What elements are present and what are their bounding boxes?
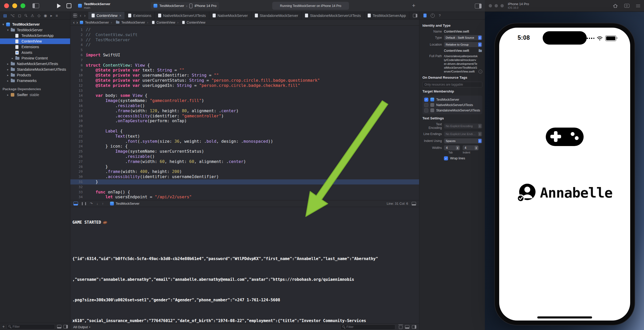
editor-tab[interactable]: ContentView [88, 12, 125, 19]
add-editor-split-icon[interactable] [413, 14, 417, 17]
disclosure-triangle-icon[interactable] [7, 93, 11, 97]
target-checkbox[interactable] [424, 103, 428, 107]
bookmarks-navigator-icon[interactable]: ◻ [18, 14, 21, 17]
home-indicator[interactable] [537, 316, 592, 318]
iphone-screen[interactable]: 5:08 [499, 28, 630, 321]
disclosure-triangle-icon[interactable] [3, 23, 6, 26]
find-navigator-icon[interactable] [25, 14, 27, 17]
disclosure-triangle-icon[interactable] [7, 68, 11, 71]
window-zoom-button[interactable] [20, 3, 25, 8]
sim-close-button[interactable] [489, 4, 492, 7]
line-endings-dropdown[interactable]: No Explicit Line Endings [444, 131, 482, 137]
editor-tab[interactable]: NativeMockServer [209, 12, 251, 19]
run-button[interactable] [57, 4, 61, 8]
editor-tab[interactable]: StandaloneMockServerUITests [302, 12, 364, 19]
clear-console-icon[interactable] [399, 325, 402, 329]
disclosure-triangle-icon[interactable] [7, 74, 11, 77]
breadcrumb-item[interactable]: TestMockServer [109, 20, 145, 24]
choose-folder-icon[interactable] [479, 50, 482, 52]
add-file-button[interactable] [2, 324, 5, 329]
step-out-icon[interactable]: ↑ [102, 202, 104, 205]
tab-width-stepper[interactable]: 4 [444, 145, 460, 150]
sim-minimize-button[interactable] [495, 4, 498, 7]
simulator-settings-icon[interactable] [636, 4, 640, 7]
output-scope-dropdown[interactable]: All Output [73, 325, 90, 329]
navigator-package-item[interactable]: Swifter stable [0, 92, 70, 98]
navigator-item[interactable]: Extensions [0, 44, 70, 50]
navigator-item[interactable]: TestMockServer [0, 27, 70, 33]
file-name-field[interactable]: ContentView.swift [444, 30, 482, 33]
recent-files-filter-icon[interactable] [57, 325, 61, 328]
close-tab-icon[interactable] [119, 14, 121, 18]
disclosure-triangle-icon[interactable] [7, 62, 11, 66]
breadcrumb-back-icon[interactable] [73, 20, 75, 25]
history-inspector-icon[interactable] [431, 14, 435, 18]
file-inspector-icon[interactable] [423, 14, 427, 17]
navigator-item[interactable]: NativeMockServerUITests [0, 61, 70, 67]
editor-tab[interactable]: StandaloneMockServer [252, 12, 302, 19]
stop-button[interactable] [67, 3, 71, 8]
editor-tab[interactable]: Extensions [125, 12, 155, 19]
breadcrumb-forward-icon[interactable] [77, 20, 78, 25]
console-pane-icon[interactable] [412, 202, 416, 205]
quick-help-inspector-icon[interactable] [439, 14, 441, 17]
reports-navigator-icon[interactable]: ≡ [56, 14, 58, 17]
tab-overview-icon[interactable] [73, 14, 77, 17]
navigator-item[interactable]: TestMockServerApp [0, 33, 70, 38]
resource-tags-input[interactable]: Only resources are taggable [422, 82, 482, 87]
indent-using-dropdown[interactable]: Spaces [444, 138, 482, 143]
debug-console[interactable]: GAME STARTED {"id":6314,"uid":"b0ffc5dc-… [70, 207, 419, 323]
scheme-selector[interactable]: TestMockServer iPhone 14 Pro [151, 2, 219, 9]
location-dropdown[interactable]: Relative to Group [444, 42, 482, 47]
target-checkbox[interactable] [424, 108, 428, 112]
navigator-item[interactable]: TestMockServer [0, 22, 70, 27]
breakpoints-navigator-icon[interactable]: ▸ [50, 14, 52, 17]
gamecontroller-icon[interactable] [544, 122, 585, 150]
breadcrumb-item[interactable]: ContentView [175, 20, 205, 24]
wrap-lines-checkbox[interactable] [444, 156, 448, 160]
window-close-button[interactable] [4, 3, 9, 8]
target-checkbox[interactable] [424, 98, 428, 102]
simulator-titlebar[interactable]: iPhone 14 Pro iOS 16.0 [485, 0, 644, 12]
console-view-icon[interactable] [412, 325, 416, 329]
breadcrumb-item[interactable]: TestMockServer [80, 20, 109, 24]
navigator-item[interactable]: ContentView [0, 38, 70, 44]
disclosure-triangle-icon[interactable] [12, 57, 15, 60]
running-process-chip[interactable]: TestMockServer [110, 202, 139, 205]
step-over-icon[interactable]: ↷ [90, 202, 93, 205]
toggle-inspector-icon[interactable] [475, 4, 482, 8]
go-back-icon[interactable] [80, 13, 81, 18]
step-into-icon[interactable]: ↓ [96, 202, 98, 205]
navigator-item[interactable]: Assets [0, 50, 70, 55]
tests-navigator-icon[interactable]: ◇ [37, 14, 40, 17]
debug-navigator-icon[interactable]: ◉ [44, 14, 47, 17]
screenshot-icon[interactable] [624, 4, 629, 8]
library-add-button[interactable] [410, 2, 417, 9]
disclosure-triangle-icon[interactable] [7, 28, 11, 32]
disclosure-triangle-icon[interactable] [7, 79, 11, 82]
editor-tab[interactable]: NativeMockServerUITests [155, 12, 209, 19]
file-type-dropdown[interactable]: Default - Swift Source [444, 35, 482, 40]
source-control-navigator-icon[interactable]: ⌥ [10, 14, 15, 17]
window-minimize-button[interactable] [12, 3, 17, 8]
toggle-navigator-icon[interactable] [32, 3, 39, 8]
home-icon[interactable] [613, 4, 618, 8]
go-forward-icon[interactable] [84, 13, 86, 18]
issues-navigator-icon[interactable]: ⚠ [31, 14, 34, 17]
code-editor[interactable]: 1// 2// ContentView.swift 3// TestMockSe… [70, 26, 419, 200]
editor-tab[interactable]: TestMockServerApp [364, 12, 409, 19]
console-filter-input[interactable]: Filter [341, 324, 395, 330]
sim-zoom-button[interactable] [500, 4, 504, 7]
pause-execution-icon[interactable] [82, 202, 86, 205]
variables-view-icon[interactable] [405, 325, 409, 329]
navigator-item[interactable]: StandaloneMockServerUITests [0, 67, 70, 72]
breadcrumb-item[interactable]: ContentView [145, 20, 175, 24]
navigator-item[interactable]: Frameworks [0, 78, 70, 84]
hide-debug-area-icon[interactable] [73, 202, 78, 205]
navigator-item[interactable]: Products [0, 72, 70, 78]
text-encoding-dropdown[interactable]: No Explicit Encoding [444, 123, 482, 129]
project-navigator-icon[interactable]: ▤ [3, 14, 7, 17]
navigator-item[interactable]: Preview Content [0, 55, 70, 61]
source-control-filter-icon[interactable] [63, 325, 68, 328]
indent-width-stepper[interactable]: 4 [463, 145, 479, 150]
